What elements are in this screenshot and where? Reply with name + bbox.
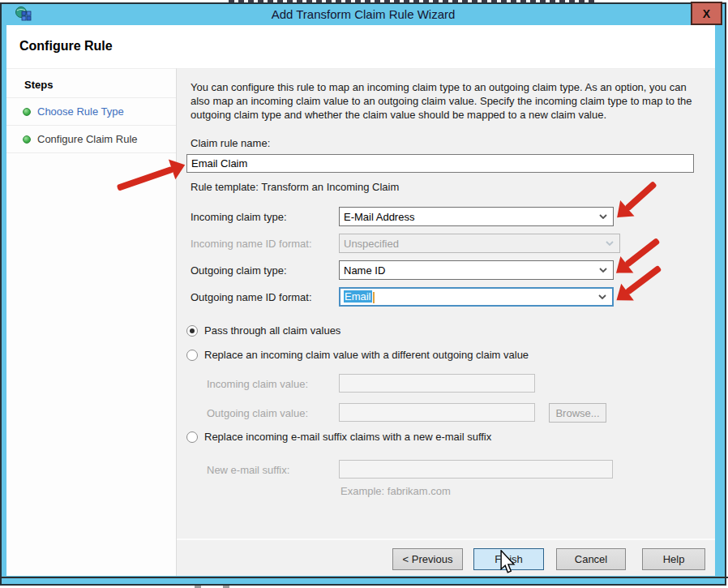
titlebar[interactable]: Add Transform Claim Rule Wizard [2, 4, 725, 25]
page-header-band: Configure Rule [6, 25, 715, 68]
wizard-content: You can configure this rule to map an in… [177, 68, 715, 576]
footer-separator [177, 539, 715, 540]
replace-suffix-radio[interactable]: Replace incoming e-mail suffix claims wi… [186, 431, 491, 443]
incoming-claim-value-label: Incoming claim value: [207, 378, 308, 390]
incoming-claim-type-label: Incoming claim type: [191, 211, 287, 223]
close-button[interactable]: X [691, 2, 722, 25]
radio-selected-icon[interactable] [186, 325, 198, 337]
radio-unselected-icon[interactable] [186, 350, 198, 361]
chevron-down-icon [593, 268, 613, 273]
claim-rule-name-label: Claim rule name: [191, 137, 270, 149]
incoming-name-id-format-value: Unspecified [344, 238, 600, 250]
steps-heading: Steps [6, 69, 176, 98]
outgoing-name-id-format-select[interactable]: Email [339, 287, 614, 307]
new-email-suffix-input [339, 460, 613, 479]
chevron-down-icon [593, 214, 613, 219]
cancel-button[interactable]: Cancel [556, 548, 626, 570]
incoming-name-id-format-label: Incoming name ID format: [191, 238, 312, 250]
previous-button[interactable]: < Previous [392, 548, 463, 570]
claim-rule-name-input[interactable] [186, 154, 694, 173]
step-complete-icon [23, 135, 31, 144]
chevron-down-icon [600, 241, 619, 246]
browse-button: Browse... [549, 403, 606, 423]
outgoing-claim-type-label: Outgoing claim type: [191, 264, 287, 277]
screenshot-root: Add Transform Claim Rule Wizard Configur… [0, 0, 728, 588]
step-complete-icon [23, 108, 31, 116]
pass-through-label: Pass through all claim values [204, 324, 340, 337]
replace-suffix-label: Replace incoming e-mail suffix claims wi… [204, 431, 491, 443]
help-button[interactable]: Help [642, 548, 705, 570]
replace-value-label: Replace an incoming claim value with a d… [204, 349, 529, 361]
window-bottom-border [0, 577, 728, 578]
new-email-suffix-label: New e-mail suffix: [207, 464, 289, 476]
outgoing-claim-type-value: Name ID [344, 264, 593, 277]
incoming-claim-type-select[interactable]: E-Mail Address [339, 207, 614, 226]
incoming-claim-value-input [339, 374, 535, 393]
step-label: Configure Claim Rule [37, 133, 138, 145]
wizard-window: Add Transform Claim Rule Wizard Configur… [0, 2, 726, 586]
outgoing-name-id-format-label: Outgoing name ID format: [191, 291, 312, 303]
dialog-body: Configure Rule Steps Choose Rule Type Co… [6, 25, 715, 576]
incoming-claim-type-value: E-Mail Address [344, 211, 593, 223]
outgoing-claim-value-label: Outgoing claim value: [207, 407, 308, 419]
rule-template-text: Rule template: Transform an Incoming Cla… [191, 181, 399, 193]
window-title: Add Transform Claim Rule Wizard [2, 7, 725, 21]
pass-through-radio[interactable]: Pass through all claim values [186, 324, 340, 337]
suffix-example-text: Example: fabrikam.com [340, 485, 451, 497]
replace-value-radio[interactable]: Replace an incoming claim value with a d… [186, 349, 529, 361]
outgoing-claim-type-select[interactable]: Name ID [339, 260, 614, 280]
chevron-down-icon [593, 294, 612, 299]
sidebar-item-choose-rule-type[interactable]: Choose Rule Type [6, 98, 176, 126]
steps-sidebar: Steps Choose Rule Type Configure Claim R… [6, 68, 177, 576]
finish-button[interactable]: Finish [473, 548, 544, 570]
page-title: Configure Rule [19, 39, 113, 54]
radio-unselected-icon[interactable] [186, 431, 198, 443]
step-label: Choose Rule Type [37, 105, 124, 118]
incoming-name-id-format-select: Unspecified [339, 234, 620, 253]
outgoing-name-id-format-value: Email [344, 290, 372, 303]
outgoing-claim-value-input [339, 403, 535, 422]
sidebar-item-configure-claim-rule[interactable]: Configure Claim Rule [6, 126, 176, 153]
text-caret [373, 292, 375, 303]
rule-description: You can configure this rule to map an in… [191, 80, 696, 122]
